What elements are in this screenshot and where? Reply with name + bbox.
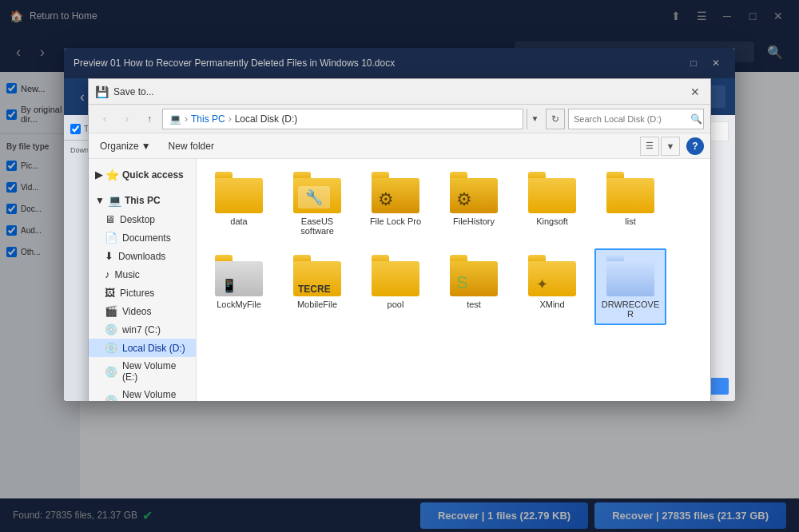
nav-desktop[interactable]: 🖥 Desktop	[89, 210, 196, 228]
folder-icon-test: S	[448, 255, 499, 296]
file-item-drwrecover[interactable]: DRWRECOVER	[594, 248, 666, 325]
file-name-list: list	[625, 216, 635, 226]
dialog-overlay: Preview 01 How to Recover Permanently De…	[0, 0, 799, 532]
file-item-list[interactable]: list	[594, 165, 666, 242]
preview-title: Preview 01 How to Recover Permanently De…	[74, 58, 684, 69]
back-nav-btn[interactable]: ‹	[95, 109, 114, 129]
volume-f-icon: 💿	[105, 395, 117, 402]
breadcrumb-pc-icon: 💻	[169, 113, 181, 125]
folder-icon-drwrecover	[605, 255, 656, 296]
folder-icon-data	[213, 172, 264, 213]
quick-access-chevron: ▶	[95, 169, 102, 181]
search-submit-btn[interactable]: 🔍	[689, 109, 703, 129]
search-input[interactable]	[569, 114, 689, 124]
organize-btn[interactable]: Organize ▼	[95, 139, 156, 153]
documents-label: Documents	[122, 232, 171, 244]
folder-icon-list	[605, 172, 656, 213]
folder-icon-xmind: ✦	[527, 255, 578, 296]
nav-pictures[interactable]: 🖼 Pictures	[89, 284, 196, 302]
file-name-kingsoft: Kingsoft	[536, 216, 568, 226]
file-name-lockmyfile: LockMyFile	[217, 300, 261, 309]
app-window: 🏠 Return to Home ⬆ ☰ ─ □ ✕ ‹ › 🔍 New...	[0, 0, 799, 532]
save-body: ▶ ⭐ Quick access ▼ 💻 This PC	[89, 159, 710, 401]
music-label: Music	[115, 269, 140, 280]
file-name-test: test	[467, 300, 481, 309]
file-name-filelock: File Lock Pro	[370, 216, 421, 226]
desktop-icon: 🖥	[105, 213, 115, 225]
file-name-data: data	[230, 216, 247, 226]
nav-volume-f[interactable]: 💿 New Volume (F:)	[89, 386, 196, 401]
view-controls: ☰ ▼ ?	[640, 137, 704, 156]
downloads-label: Downloads	[118, 251, 165, 262]
folder-icon-lockmyfile: 📱	[213, 255, 264, 296]
up-nav-btn[interactable]: ↑	[140, 109, 159, 129]
this-pc-label: This PC	[125, 195, 161, 206]
help-btn[interactable]: ?	[686, 137, 704, 155]
nav-volume-e[interactable]: 💿 New Volume (E:)	[89, 357, 196, 386]
view-dropdown-btn[interactable]: ▼	[661, 137, 680, 156]
refresh-btn[interactable]: ↻	[546, 109, 565, 129]
breadcrumb-this-pc[interactable]: This PC	[191, 113, 225, 125]
pictures-label: Pictures	[120, 288, 154, 299]
save-dialog-icon: 💾	[95, 85, 109, 98]
file-grid: data 🔧 EaseUS software	[197, 159, 710, 401]
file-item-lockmyfile[interactable]: 📱 LockMyFile	[203, 248, 275, 325]
preview-maximize-btn[interactable]: □	[684, 54, 703, 73]
this-pc-chevron: ▼	[95, 195, 105, 206]
this-pc-header[interactable]: ▼ 💻 This PC	[89, 191, 196, 210]
win7c-icon: 💿	[105, 324, 117, 335]
preview-title-bar: Preview 01 How to Recover Permanently De…	[64, 48, 735, 78]
file-item-test[interactable]: S test	[438, 248, 510, 325]
local-disk-d-icon: 💿	[105, 342, 117, 354]
file-item-kingsoft[interactable]: Kingsoft	[516, 165, 588, 242]
new-folder-btn[interactable]: New folder	[162, 139, 221, 153]
downloads-icon: ⬇	[105, 250, 113, 262]
save-close-btn[interactable]: ✕	[686, 83, 704, 101]
breadcrumb-local-disk[interactable]: Local Disk (D:)	[235, 113, 298, 125]
organize-label: Organize	[100, 141, 139, 152]
breadcrumb-dropdown-btn[interactable]: ▼	[527, 109, 543, 129]
file-item-filelock[interactable]: ⚙ File Lock Pro	[360, 165, 431, 242]
nav-documents[interactable]: 📄 Documents	[89, 228, 196, 247]
folder-icon-filelock: ⚙	[370, 172, 421, 213]
file-item-data[interactable]: data	[203, 165, 275, 242]
breadcrumb-bar: 💻 › This PC › Local Disk (D:)	[162, 109, 523, 129]
quick-access-header[interactable]: ▶ ⭐ Quick access	[89, 165, 196, 185]
save-nav: ▶ ⭐ Quick access ▼ 💻 This PC	[89, 159, 197, 401]
folder-icon-filehistory: ⚙	[448, 172, 499, 213]
quick-access-section: ▶ ⭐ Quick access	[89, 165, 196, 185]
file-name-drwrecover: DRWRECOVER	[599, 300, 662, 319]
folder-icon-kingsoft	[527, 172, 578, 213]
music-icon: ♪	[105, 268, 110, 280]
file-name-mobilefile: MobileFile	[297, 300, 337, 309]
view-list-btn[interactable]: ☰	[640, 137, 659, 156]
documents-icon: 📄	[105, 232, 117, 244]
file-name-pool: pool	[388, 300, 404, 309]
file-item-easeus[interactable]: 🔧 EaseUS software	[281, 165, 353, 242]
this-pc-icon: 💻	[108, 194, 121, 207]
nav-local-disk-d[interactable]: 💿 Local Disk (D:)	[89, 339, 196, 357]
pictures-icon: 🖼	[105, 287, 115, 299]
videos-label: Videos	[122, 306, 151, 317]
search-box: 🔍	[568, 109, 704, 129]
nav-music[interactable]: ♪ Music	[89, 265, 196, 284]
file-item-mobilefile[interactable]: TECRE MobileFile	[281, 248, 353, 325]
folder-icon-mobilefile: TECRE	[292, 255, 343, 296]
videos-icon: 🎬	[105, 305, 117, 317]
nav-videos[interactable]: 🎬 Videos	[89, 302, 196, 320]
nav-win7c[interactable]: 💿 win7 (C:)	[89, 320, 196, 339]
file-item-xmind[interactable]: ✦ XMind	[516, 248, 588, 325]
volume-e-icon: 💿	[105, 366, 117, 378]
forward-nav-btn[interactable]: ›	[117, 109, 137, 129]
save-title-bar: 💾 Save to... ✕	[89, 79, 710, 105]
nav-downloads[interactable]: ⬇ Downloads	[89, 247, 196, 265]
file-item-filehistory[interactable]: ⚙ FileHistory	[438, 165, 510, 242]
quick-access-icon: ⭐	[105, 169, 119, 181]
win7c-label: win7 (C:)	[122, 324, 161, 335]
file-name-xmind: XMind	[539, 300, 564, 309]
file-item-pool[interactable]: pool	[360, 248, 431, 325]
preview-close-btn[interactable]: ✕	[706, 54, 725, 73]
organize-chevron: ▼	[141, 141, 151, 152]
save-dialog-title: Save to...	[113, 86, 686, 97]
save-toolbar: ‹ › ↑ 💻 › This PC › Local Disk (D:) ▼ ↻ …	[89, 105, 710, 133]
